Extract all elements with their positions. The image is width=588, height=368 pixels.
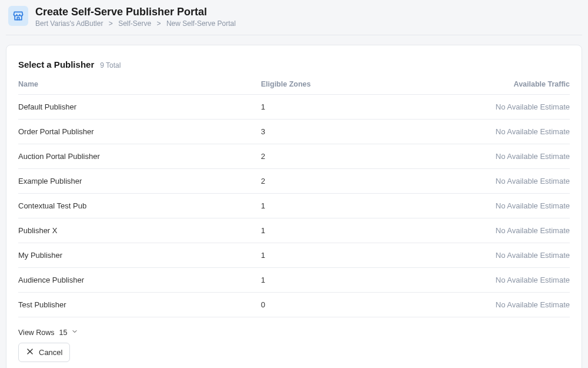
column-header-zones[interactable]: Eligible Zones [261,80,460,88]
breadcrumb-item: New Self-Serve Portal [166,19,236,28]
table-row[interactable]: Contextual Test Pub1No Available Estimat… [18,194,570,218]
eligible-zones: 2 [261,177,460,185]
available-traffic: No Available Estimate [459,276,570,284]
page-title: Create Self-Serve Publisher Portal [35,6,236,18]
available-traffic: No Available Estimate [459,102,570,111]
close-icon [26,347,34,357]
available-traffic: No Available Estimate [459,226,570,235]
storefront-icon [8,6,28,26]
table-row[interactable]: Example Publisher2No Available Estimate [18,169,570,194]
view-rows-value: 15 [59,329,68,337]
publisher-name: Auction Portal Publisher [18,152,261,161]
publisher-card: Select a Publisher 9 Total Name Eligible… [6,45,582,368]
eligible-zones: 1 [261,226,460,235]
eligible-zones: 1 [261,251,460,260]
eligible-zones: 0 [261,300,460,309]
publisher-name: Publisher X [18,226,261,235]
section-title: Select a Publisher [18,59,94,69]
available-traffic: No Available Estimate [459,177,570,185]
table-header: Name Eligible Zones Available Traffic [18,80,570,95]
publisher-name: Contextual Test Pub [18,201,261,210]
available-traffic: No Available Estimate [459,201,570,210]
view-rows-label: View Rows [18,329,55,337]
table-row[interactable]: Default Publisher1No Available Estimate [18,95,570,120]
breadcrumb-separator: > [109,19,113,28]
breadcrumb-item[interactable]: Self-Serve [118,19,151,28]
publisher-name: Audience Publisher [18,276,261,284]
section-total: 9 Total [100,61,121,69]
table-row[interactable]: Order Portal Publisher3No Available Esti… [18,120,570,144]
table-row[interactable]: Audience Publisher1No Available Estimate [18,268,570,293]
publisher-name: Example Publisher [18,177,261,185]
eligible-zones: 1 [261,201,460,210]
eligible-zones: 2 [261,152,460,161]
cancel-button-label: Cancel [39,348,62,357]
publisher-name: My Publisher [18,251,261,260]
chevron-down-icon [71,328,78,337]
breadcrumb-separator: > [157,19,161,28]
header-text: Create Self-Serve Publisher Portal Bert … [35,6,236,28]
publisher-name: Test Publisher [18,300,261,309]
publisher-name: Default Publisher [18,102,261,111]
breadcrumb: Bert Varias's AdButler > Self-Serve > Ne… [35,19,236,28]
eligible-zones: 1 [261,102,460,111]
table-row[interactable]: Auction Portal Publisher2No Available Es… [18,144,570,169]
view-rows-select[interactable]: 15 [59,328,78,337]
page-header: Create Self-Serve Publisher Portal Bert … [0,0,588,35]
eligible-zones: 3 [261,127,460,136]
available-traffic: No Available Estimate [459,152,570,161]
table-row[interactable]: My Publisher1No Available Estimate [18,243,570,268]
breadcrumb-item[interactable]: Bert Varias's AdButler [35,19,103,28]
table-body: Default Publisher1No Available EstimateO… [18,95,570,317]
table-row[interactable]: Publisher X1No Available Estimate [18,218,570,243]
table-row[interactable]: Test Publisher0No Available Estimate [18,293,570,317]
available-traffic: No Available Estimate [459,127,570,136]
publisher-name: Order Portal Publisher [18,127,261,136]
available-traffic: No Available Estimate [459,300,570,309]
pagination-row: View Rows 15 [18,328,570,337]
column-header-name[interactable]: Name [18,80,261,88]
cancel-button[interactable]: Cancel [18,343,70,362]
available-traffic: No Available Estimate [459,251,570,260]
header-divider [6,35,582,35]
eligible-zones: 1 [261,276,460,284]
column-header-traffic[interactable]: Available Traffic [459,80,570,88]
section-header: Select a Publisher 9 Total [18,59,570,69]
